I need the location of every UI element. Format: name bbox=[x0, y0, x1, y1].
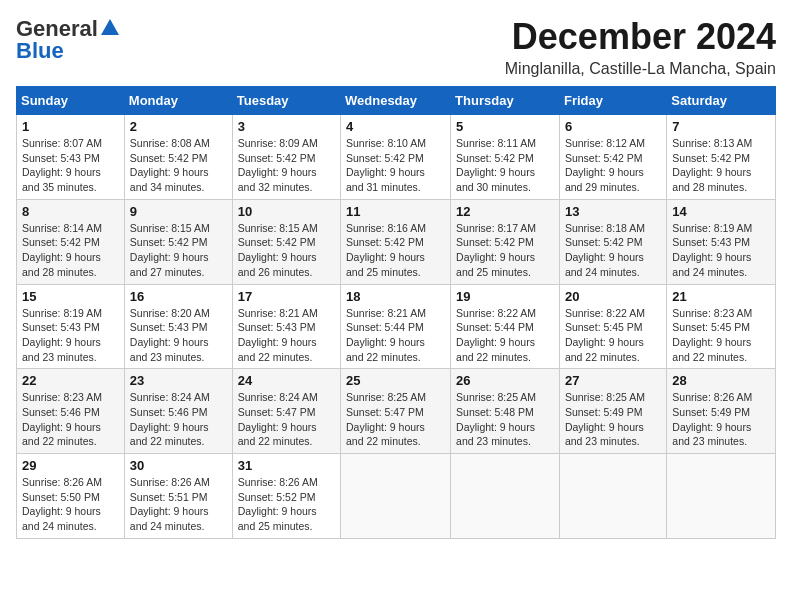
day-info-text: Sunrise: 8:24 AM Sunset: 5:46 PM Dayligh… bbox=[130, 390, 227, 449]
day-number: 19 bbox=[456, 289, 554, 304]
weekday-header-saturday: Saturday bbox=[667, 87, 776, 115]
calendar-day-17: 17Sunrise: 8:21 AM Sunset: 5:43 PM Dayli… bbox=[232, 284, 340, 369]
day-number: 1 bbox=[22, 119, 119, 134]
day-info-text: Sunrise: 8:20 AM Sunset: 5:43 PM Dayligh… bbox=[130, 306, 227, 365]
day-number: 8 bbox=[22, 204, 119, 219]
weekday-header-sunday: Sunday bbox=[17, 87, 125, 115]
day-number: 22 bbox=[22, 373, 119, 388]
calendar-day-2: 2Sunrise: 8:08 AM Sunset: 5:42 PM Daylig… bbox=[124, 115, 232, 200]
day-info-text: Sunrise: 8:26 AM Sunset: 5:49 PM Dayligh… bbox=[672, 390, 770, 449]
calendar-day-18: 18Sunrise: 8:21 AM Sunset: 5:44 PM Dayli… bbox=[341, 284, 451, 369]
calendar-day-3: 3Sunrise: 8:09 AM Sunset: 5:42 PM Daylig… bbox=[232, 115, 340, 200]
day-number: 23 bbox=[130, 373, 227, 388]
day-info-text: Sunrise: 8:17 AM Sunset: 5:42 PM Dayligh… bbox=[456, 221, 554, 280]
month-year-title: December 2024 bbox=[505, 16, 776, 58]
day-info-text: Sunrise: 8:19 AM Sunset: 5:43 PM Dayligh… bbox=[672, 221, 770, 280]
day-number: 9 bbox=[130, 204, 227, 219]
calendar-week-2: 8Sunrise: 8:14 AM Sunset: 5:42 PM Daylig… bbox=[17, 199, 776, 284]
day-info-text: Sunrise: 8:23 AM Sunset: 5:46 PM Dayligh… bbox=[22, 390, 119, 449]
calendar-day-9: 9Sunrise: 8:15 AM Sunset: 5:42 PM Daylig… bbox=[124, 199, 232, 284]
day-info-text: Sunrise: 8:07 AM Sunset: 5:43 PM Dayligh… bbox=[22, 136, 119, 195]
weekday-header-thursday: Thursday bbox=[451, 87, 560, 115]
day-number: 12 bbox=[456, 204, 554, 219]
title-area: December 2024 Minglanilla, Castille-La M… bbox=[505, 16, 776, 78]
calendar-day-20: 20Sunrise: 8:22 AM Sunset: 5:45 PM Dayli… bbox=[559, 284, 666, 369]
calendar-day-19: 19Sunrise: 8:22 AM Sunset: 5:44 PM Dayli… bbox=[451, 284, 560, 369]
calendar-day-14: 14Sunrise: 8:19 AM Sunset: 5:43 PM Dayli… bbox=[667, 199, 776, 284]
day-info-text: Sunrise: 8:25 AM Sunset: 5:49 PM Dayligh… bbox=[565, 390, 661, 449]
day-info-text: Sunrise: 8:08 AM Sunset: 5:42 PM Dayligh… bbox=[130, 136, 227, 195]
day-number: 4 bbox=[346, 119, 445, 134]
day-number: 28 bbox=[672, 373, 770, 388]
day-number: 24 bbox=[238, 373, 335, 388]
calendar-day-16: 16Sunrise: 8:20 AM Sunset: 5:43 PM Dayli… bbox=[124, 284, 232, 369]
weekday-header-friday: Friday bbox=[559, 87, 666, 115]
calendar-day-11: 11Sunrise: 8:16 AM Sunset: 5:42 PM Dayli… bbox=[341, 199, 451, 284]
day-info-text: Sunrise: 8:11 AM Sunset: 5:42 PM Dayligh… bbox=[456, 136, 554, 195]
day-number: 26 bbox=[456, 373, 554, 388]
calendar-empty-cell bbox=[341, 454, 451, 539]
calendar-day-28: 28Sunrise: 8:26 AM Sunset: 5:49 PM Dayli… bbox=[667, 369, 776, 454]
calendar-day-26: 26Sunrise: 8:25 AM Sunset: 5:48 PM Dayli… bbox=[451, 369, 560, 454]
calendar-day-12: 12Sunrise: 8:17 AM Sunset: 5:42 PM Dayli… bbox=[451, 199, 560, 284]
day-number: 29 bbox=[22, 458, 119, 473]
calendar-day-4: 4Sunrise: 8:10 AM Sunset: 5:42 PM Daylig… bbox=[341, 115, 451, 200]
day-info-text: Sunrise: 8:15 AM Sunset: 5:42 PM Dayligh… bbox=[130, 221, 227, 280]
day-number: 10 bbox=[238, 204, 335, 219]
calendar-day-5: 5Sunrise: 8:11 AM Sunset: 5:42 PM Daylig… bbox=[451, 115, 560, 200]
day-number: 7 bbox=[672, 119, 770, 134]
calendar-week-3: 15Sunrise: 8:19 AM Sunset: 5:43 PM Dayli… bbox=[17, 284, 776, 369]
calendar-day-7: 7Sunrise: 8:13 AM Sunset: 5:42 PM Daylig… bbox=[667, 115, 776, 200]
calendar-empty-cell bbox=[559, 454, 666, 539]
day-number: 2 bbox=[130, 119, 227, 134]
day-info-text: Sunrise: 8:26 AM Sunset: 5:52 PM Dayligh… bbox=[238, 475, 335, 534]
calendar-week-1: 1Sunrise: 8:07 AM Sunset: 5:43 PM Daylig… bbox=[17, 115, 776, 200]
calendar-day-22: 22Sunrise: 8:23 AM Sunset: 5:46 PM Dayli… bbox=[17, 369, 125, 454]
day-info-text: Sunrise: 8:26 AM Sunset: 5:50 PM Dayligh… bbox=[22, 475, 119, 534]
day-info-text: Sunrise: 8:22 AM Sunset: 5:45 PM Dayligh… bbox=[565, 306, 661, 365]
calendar-day-6: 6Sunrise: 8:12 AM Sunset: 5:42 PM Daylig… bbox=[559, 115, 666, 200]
day-info-text: Sunrise: 8:16 AM Sunset: 5:42 PM Dayligh… bbox=[346, 221, 445, 280]
day-number: 17 bbox=[238, 289, 335, 304]
calendar-empty-cell bbox=[451, 454, 560, 539]
day-info-text: Sunrise: 8:25 AM Sunset: 5:48 PM Dayligh… bbox=[456, 390, 554, 449]
logo: General Blue bbox=[16, 16, 121, 64]
day-info-text: Sunrise: 8:21 AM Sunset: 5:43 PM Dayligh… bbox=[238, 306, 335, 365]
day-info-text: Sunrise: 8:09 AM Sunset: 5:42 PM Dayligh… bbox=[238, 136, 335, 195]
calendar-day-8: 8Sunrise: 8:14 AM Sunset: 5:42 PM Daylig… bbox=[17, 199, 125, 284]
day-number: 5 bbox=[456, 119, 554, 134]
weekday-header-tuesday: Tuesday bbox=[232, 87, 340, 115]
calendar-day-23: 23Sunrise: 8:24 AM Sunset: 5:46 PM Dayli… bbox=[124, 369, 232, 454]
day-info-text: Sunrise: 8:24 AM Sunset: 5:47 PM Dayligh… bbox=[238, 390, 335, 449]
day-number: 15 bbox=[22, 289, 119, 304]
day-number: 30 bbox=[130, 458, 227, 473]
day-number: 18 bbox=[346, 289, 445, 304]
day-info-text: Sunrise: 8:15 AM Sunset: 5:42 PM Dayligh… bbox=[238, 221, 335, 280]
day-number: 13 bbox=[565, 204, 661, 219]
calendar-day-1: 1Sunrise: 8:07 AM Sunset: 5:43 PM Daylig… bbox=[17, 115, 125, 200]
weekday-header-monday: Monday bbox=[124, 87, 232, 115]
header: General Blue December 2024 Minglanilla, … bbox=[16, 16, 776, 78]
day-info-text: Sunrise: 8:14 AM Sunset: 5:42 PM Dayligh… bbox=[22, 221, 119, 280]
location-subtitle: Minglanilla, Castille-La Mancha, Spain bbox=[505, 60, 776, 78]
calendar-header-row: SundayMondayTuesdayWednesdayThursdayFrid… bbox=[17, 87, 776, 115]
day-number: 14 bbox=[672, 204, 770, 219]
day-number: 6 bbox=[565, 119, 661, 134]
day-number: 3 bbox=[238, 119, 335, 134]
day-number: 31 bbox=[238, 458, 335, 473]
day-info-text: Sunrise: 8:23 AM Sunset: 5:45 PM Dayligh… bbox=[672, 306, 770, 365]
weekday-header-wednesday: Wednesday bbox=[341, 87, 451, 115]
day-info-text: Sunrise: 8:10 AM Sunset: 5:42 PM Dayligh… bbox=[346, 136, 445, 195]
day-number: 27 bbox=[565, 373, 661, 388]
calendar-week-5: 29Sunrise: 8:26 AM Sunset: 5:50 PM Dayli… bbox=[17, 454, 776, 539]
day-info-text: Sunrise: 8:18 AM Sunset: 5:42 PM Dayligh… bbox=[565, 221, 661, 280]
calendar-empty-cell bbox=[667, 454, 776, 539]
day-info-text: Sunrise: 8:13 AM Sunset: 5:42 PM Dayligh… bbox=[672, 136, 770, 195]
calendar-day-29: 29Sunrise: 8:26 AM Sunset: 5:50 PM Dayli… bbox=[17, 454, 125, 539]
calendar-day-21: 21Sunrise: 8:23 AM Sunset: 5:45 PM Dayli… bbox=[667, 284, 776, 369]
day-number: 11 bbox=[346, 204, 445, 219]
day-info-text: Sunrise: 8:22 AM Sunset: 5:44 PM Dayligh… bbox=[456, 306, 554, 365]
logo-icon bbox=[99, 17, 121, 39]
svg-marker-0 bbox=[101, 19, 119, 35]
calendar-day-25: 25Sunrise: 8:25 AM Sunset: 5:47 PM Dayli… bbox=[341, 369, 451, 454]
